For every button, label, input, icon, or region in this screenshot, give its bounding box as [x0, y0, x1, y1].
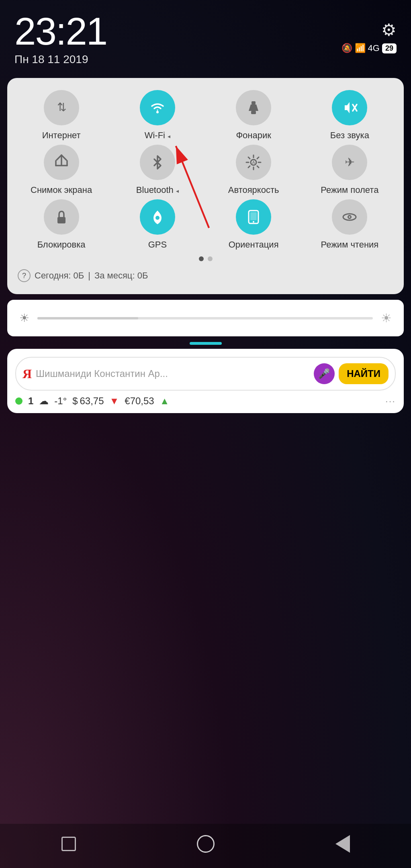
svg-line-21 — [257, 166, 259, 168]
bottom-nav — [0, 824, 411, 868]
reading-btn[interactable] — [332, 199, 367, 235]
data-usage-icon: ? — [18, 269, 31, 282]
svg-line-23 — [248, 166, 250, 168]
lock-btn[interactable] — [44, 199, 79, 235]
svg-text:⇅: ⇅ — [57, 101, 66, 113]
internet-btn[interactable]: ⇅ — [44, 90, 79, 125]
drag-handle-bar — [190, 342, 222, 345]
svg-rect-26 — [57, 217, 65, 223]
svg-line-20 — [248, 157, 250, 159]
svg-line-22 — [257, 157, 259, 159]
signal-row: 🔕 📶 4G 29 — [341, 43, 397, 53]
brightness-high-icon: ☀ — [381, 311, 392, 325]
dot-1[interactable] — [199, 256, 204, 261]
yandex-info-row: 1 ☁ -1° $ 63,75 ▼ €70,53 ▲ ··· — [15, 395, 396, 407]
quick-item-airplane[interactable]: ✈ Режим полета — [304, 145, 396, 195]
silent-btn[interactable] — [332, 90, 367, 125]
home-button[interactable] — [194, 832, 218, 856]
gear-icon[interactable]: ⚙ — [381, 20, 397, 40]
svg-point-30 — [253, 221, 254, 223]
yandex-search-text[interactable]: Шишманиди Константин Ар... — [36, 368, 310, 379]
wifi-btn[interactable] — [140, 90, 175, 125]
quick-item-autobrightness[interactable]: A Автояркость — [208, 145, 300, 195]
svg-line-11 — [61, 155, 66, 160]
svg-point-27 — [155, 216, 159, 220]
quick-item-reading[interactable]: Режим чтения — [304, 199, 396, 250]
airplane-label: Режим полета — [321, 185, 378, 195]
quick-item-flashlight[interactable]: Фонарик — [208, 90, 300, 141]
yandex-widget: Я Шишманиди Константин Ар... 🎤 НАЙТИ 1 ☁… — [7, 349, 404, 413]
svg-point-33 — [349, 216, 350, 218]
pagination-dots — [15, 256, 396, 261]
silent-label: Без звука — [330, 130, 369, 141]
quick-grid: ⇅ Интернет Wi-Fi ◂ — [15, 90, 396, 250]
temperature: -1° — [54, 395, 67, 407]
quick-item-internet[interactable]: ⇅ Интернет — [15, 90, 107, 141]
flashlight-btn[interactable] — [236, 90, 271, 125]
eur-trend-icon: ▲ — [160, 395, 170, 407]
battery-badge: 29 — [382, 43, 397, 53]
airplane-btn[interactable]: ✈ — [332, 145, 367, 180]
recents-icon — [61, 837, 76, 851]
eur-rate: €70,53 — [125, 395, 154, 407]
clock: 23:21 — [14, 12, 107, 51]
yandex-logo: Я — [22, 366, 32, 381]
separator: | — [88, 270, 90, 281]
back-button[interactable] — [331, 832, 355, 856]
gps-label: GPS — [148, 240, 167, 250]
svg-text:✈: ✈ — [345, 156, 355, 169]
svg-rect-4 — [252, 101, 256, 104]
quick-item-orientation[interactable]: Ориентация — [208, 199, 300, 250]
mic-button[interactable]: 🎤 — [314, 363, 335, 384]
green-status-dot — [15, 397, 22, 405]
quick-settings-panel: ⇅ Интернет Wi-Fi ◂ — [7, 78, 404, 294]
quick-item-lock[interactable]: Блокировка — [15, 199, 107, 250]
mute-icon: 🔕 — [341, 43, 352, 53]
drag-handle[interactable] — [0, 342, 411, 345]
autobrightness-btn[interactable]: A — [236, 145, 271, 180]
recents-button[interactable] — [57, 832, 81, 856]
quick-item-wifi[interactable]: Wi-Fi ◂ — [111, 90, 203, 141]
svg-marker-5 — [249, 104, 258, 111]
brightness-panel: ☀ ☀ — [7, 300, 404, 336]
brightness-fill — [37, 317, 138, 319]
brightness-low-icon: ☀ — [19, 311, 29, 325]
status-bar: 23:21 Пн 18 11 2019 ⚙ 🔕 📶 4G 29 — [0, 0, 411, 70]
flashlight-label: Фонарик — [236, 130, 271, 141]
quick-item-bluetooth[interactable]: Bluetooth ◂ — [111, 145, 203, 195]
more-dots[interactable]: ··· — [385, 395, 396, 407]
weather-icon: ☁ — [39, 395, 49, 407]
svg-point-3 — [156, 111, 159, 113]
date: Пн 18 11 2019 — [14, 53, 107, 66]
wifi-label: Wi-Fi ◂ — [145, 130, 170, 141]
usd-trend-icon: ▼ — [110, 395, 119, 407]
quick-item-silent[interactable]: Без звука — [304, 90, 396, 141]
svg-rect-6 — [251, 111, 256, 114]
orientation-btn[interactable] — [236, 199, 271, 235]
find-button[interactable]: НАЙТИ — [339, 363, 389, 384]
svg-line-10 — [57, 155, 61, 160]
yandex-search-bar[interactable]: Я Шишманиди Константин Ар... 🎤 НАЙТИ — [15, 357, 396, 391]
reading-label: Режим чтения — [321, 240, 378, 250]
network-type: 4G — [368, 43, 380, 53]
quick-item-screenshot[interactable]: Снимок экрана — [15, 145, 107, 195]
internet-label: Интернет — [42, 130, 81, 141]
usd-rate: $ 63,75 — [72, 395, 104, 407]
status-icons: ⚙ 🔕 📶 4G 29 — [341, 12, 397, 53]
quick-item-gps[interactable]: GPS — [111, 199, 203, 250]
today-usage: Сегодня: 0Б — [35, 270, 84, 281]
bluetooth-label: Bluetooth ◂ — [136, 185, 179, 195]
screenshot-btn[interactable] — [44, 145, 79, 180]
gps-btn[interactable] — [140, 199, 175, 235]
back-icon — [335, 835, 350, 853]
brightness-slider[interactable] — [37, 317, 373, 319]
bluetooth-btn[interactable] — [140, 145, 175, 180]
lock-label: Блокировка — [37, 240, 86, 250]
svg-text:A: A — [252, 160, 255, 165]
screenshot-label: Снимок экрана — [31, 185, 92, 195]
data-usage: ? Сегодня: 0Б | За месяц: 0Б — [15, 265, 396, 286]
notification-count: 1 — [28, 395, 33, 407]
home-icon — [197, 835, 215, 853]
time-date-block: 23:21 Пн 18 11 2019 — [14, 12, 107, 66]
dot-2[interactable] — [208, 256, 213, 261]
